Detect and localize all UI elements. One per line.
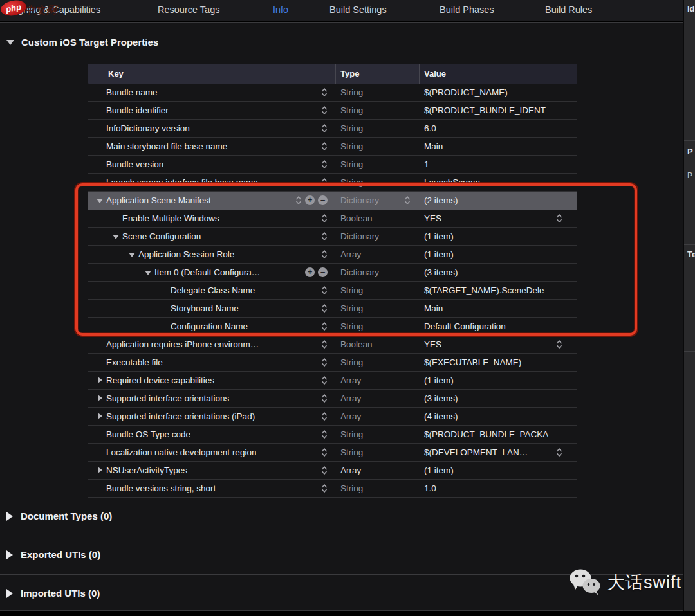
key-stepper-icon[interactable] [321,303,328,314]
disclosure-triangle-icon[interactable] [97,107,106,114]
plist-row[interactable]: NSUserActivityTypes Array (1 item) [88,462,577,480]
key-stepper-icon[interactable] [321,159,328,170]
custom-ios-target-properties-header[interactable]: Custom iOS Target Properties [6,37,158,48]
plist-row[interactable]: Supported interface orientations Array (… [88,390,577,408]
key-stepper-icon[interactable] [321,177,328,188]
disclosure-triangle-icon[interactable] [97,485,106,493]
disclosure-closed-icon[interactable] [6,550,13,559]
plist-row[interactable]: Executable file String $(EXECUTABLE_NAME… [88,354,577,372]
key-stepper-icon[interactable] [321,141,328,152]
key-stepper-icon[interactable] [321,231,328,242]
plist-row[interactable]: Application Session Role Array (1 item) [88,246,577,264]
value-cell[interactable]: Main [420,300,577,317]
key-stepper-icon[interactable] [321,375,328,386]
disclosure-triangle-icon[interactable] [97,395,106,403]
key-stepper-icon[interactable] [321,339,328,350]
add-row-button[interactable]: + [305,267,315,277]
plist-row[interactable]: Required device capabilities Array (1 it… [88,372,577,390]
add-row-button[interactable]: + [305,195,315,205]
key-stepper-icon[interactable] [321,393,328,404]
value-cell[interactable]: (4 items) [420,408,577,425]
value-cell[interactable]: (3 items) [420,264,577,281]
tab-build-settings[interactable]: Build Settings [329,5,387,15]
value-stepper-icon[interactable] [556,447,562,458]
value-cell[interactable]: (1 item) [420,246,577,263]
plist-row[interactable]: Bundle identifier String $(PRODUCT_BUNDL… [88,102,577,120]
plist-row[interactable]: Application Scene Manifest + – Dictionar… [88,192,577,210]
plist-row[interactable]: Delegate Class Name String $(TARGET_NAME… [88,282,577,300]
value-cell[interactable]: Main [420,138,577,155]
section-imported-utis[interactable]: Imported UTIs (0) [6,588,100,599]
disclosure-open-icon[interactable] [6,40,14,45]
disclosure-closed-icon[interactable] [6,512,13,521]
plist-row[interactable]: Supported interface orientations (iPad) … [88,408,577,426]
value-cell[interactable]: 1 [420,156,577,173]
disclosure-triangle-icon[interactable] [161,287,171,294]
key-stepper-icon[interactable] [321,249,328,260]
type-stepper-icon[interactable] [404,195,411,206]
value-cell[interactable]: (1 item) [420,228,577,245]
value-cell[interactable]: LaunchScreen [420,174,577,191]
disclosure-triangle-icon[interactable] [97,341,106,349]
disclosure-triangle-icon[interactable] [145,269,154,276]
disclosure-triangle-icon[interactable] [97,161,106,168]
tab-info[interactable]: Info [273,5,288,15]
value-cell[interactable]: $(EXECUTABLE_NAME) [420,354,577,371]
disclosure-triangle-icon[interactable] [97,359,106,367]
disclosure-triangle-icon[interactable] [113,215,122,222]
key-stepper-icon[interactable] [295,195,302,206]
value-cell[interactable]: Default Configuration [420,318,577,335]
plist-row[interactable]: Storyboard Name String Main [88,300,577,318]
disclosure-triangle-icon[interactable] [97,431,106,439]
value-cell[interactable]: 6.0 [420,120,577,137]
column-header-key[interactable]: Key [88,64,336,84]
column-header-value[interactable]: Value [420,64,577,84]
value-cell[interactable]: $(TARGET_NAME).SceneDele [420,282,577,299]
plist-row[interactable]: Bundle versions string, short String 1.0 [88,480,577,498]
tab-build-phases[interactable]: Build Phases [440,5,494,15]
key-stepper-icon[interactable] [321,105,328,116]
value-cell[interactable]: $(DEVELOPMENT_LAN… [420,444,577,461]
plist-row[interactable]: Bundle name String $(PRODUCT_NAME) [88,84,577,102]
key-stepper-icon[interactable] [321,285,328,296]
plist-row[interactable]: Bundle version String 1 [88,156,577,174]
disclosure-triangle-icon[interactable] [97,377,106,385]
disclosure-triangle-icon[interactable] [161,323,171,331]
value-stepper-icon[interactable] [556,213,562,224]
disclosure-closed-icon[interactable] [6,589,13,598]
tab-resource-tags[interactable]: Resource Tags [158,5,219,15]
value-cell[interactable]: (2 items) [420,192,577,209]
key-stepper-icon[interactable] [321,411,328,422]
value-cell[interactable]: $(PRODUCT_NAME) [420,84,577,101]
section-exported-utis[interactable]: Exported UTIs (0) [6,549,100,560]
key-stepper-icon[interactable] [321,123,328,134]
plist-row[interactable]: Main storyboard file base name String Ma… [88,138,577,156]
plist-row[interactable]: Application requires iPhone environm… Bo… [88,336,577,354]
disclosure-triangle-icon[interactable] [113,233,122,240]
section-document-types[interactable]: Document Types (0) [6,511,112,521]
disclosure-triangle-icon[interactable] [97,197,106,204]
plist-row[interactable]: Configuration Name String Default Config… [88,318,577,336]
disclosure-triangle-icon[interactable] [97,143,106,150]
remove-row-button[interactable]: – [318,195,328,205]
disclosure-triangle-icon[interactable] [97,125,106,132]
tab-build-rules[interactable]: Build Rules [545,5,592,15]
disclosure-triangle-icon[interactable] [97,89,106,96]
plist-row[interactable]: Enable Multiple Windows Boolean YES [88,210,577,228]
plist-row[interactable]: Item 0 (Default Configura… + – Dictionar… [88,264,577,282]
disclosure-triangle-icon[interactable] [129,251,138,258]
key-stepper-icon[interactable] [321,429,328,440]
key-stepper-icon[interactable] [321,447,328,458]
plist-row[interactable]: Launch screen interface file base name S… [88,174,577,192]
disclosure-triangle-icon[interactable] [97,449,106,457]
value-stepper-icon[interactable] [556,339,562,350]
key-stepper-icon[interactable] [321,321,328,332]
key-stepper-icon[interactable] [321,87,328,98]
plist-row[interactable]: Scene Configuration Dictionary (1 item) [88,228,577,246]
column-header-type[interactable]: Type [336,64,420,84]
disclosure-triangle-icon[interactable] [97,179,106,186]
plist-row[interactable]: Bundle OS Type code String $(PRODUCT_BUN… [88,426,577,444]
value-cell[interactable]: $(PRODUCT_BUNDLE_PACKA [420,426,577,443]
plist-row[interactable]: Localization native development region S… [88,444,577,462]
value-cell[interactable]: YES [420,336,577,353]
